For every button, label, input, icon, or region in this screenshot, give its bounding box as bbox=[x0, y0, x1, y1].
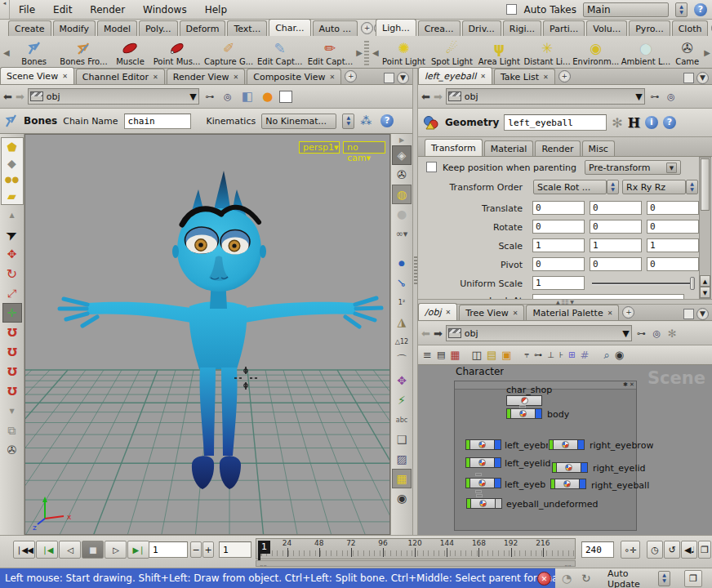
uniform-scale-field[interactable]: 1 bbox=[532, 276, 585, 290]
shelf-tab-character[interactable]: Char... bbox=[269, 19, 310, 36]
playback-clock-button[interactable]: ◷ bbox=[647, 541, 663, 559]
layout-branch-icon[interactable]: ⊥ bbox=[547, 350, 554, 359]
help-icon[interactable]: ? bbox=[694, 3, 707, 16]
shelf-tab-particles[interactable]: Parti... bbox=[543, 20, 585, 36]
desktop-window-icon[interactable]: ❐ bbox=[684, 570, 702, 587]
radial-menu-icon[interactable]: ◎ bbox=[220, 91, 235, 102]
maximize-pane-icon[interactable] bbox=[683, 73, 694, 83]
menu-file[interactable]: File bbox=[10, 4, 44, 16]
scale-x-field[interactable]: 1 bbox=[532, 238, 585, 252]
node-right-eyeball[interactable] bbox=[550, 479, 586, 489]
tool-point-muscle[interactable]: Point Mus... bbox=[152, 39, 202, 66]
frame-decrement-button[interactable]: − bbox=[190, 541, 202, 558]
path-dropdown-icon[interactable]: ▼ bbox=[622, 328, 629, 339]
visibility-eye-icon[interactable]: ◉ bbox=[392, 488, 412, 508]
camera-menu-persp[interactable]: persp1▾ bbox=[299, 141, 340, 154]
node-left-eyebrow[interactable] bbox=[465, 439, 501, 450]
menu-windows[interactable]: Windows bbox=[134, 4, 196, 16]
network-path-field[interactable]: obj ▼ bbox=[446, 325, 632, 341]
close-icon[interactable]: ✕ bbox=[480, 73, 486, 80]
tab-left-eyeball[interactable]: left_eyeball✕ bbox=[418, 67, 492, 84]
snap-magnet-icon[interactable]: Ω bbox=[2, 381, 22, 401]
end-frame-field[interactable] bbox=[581, 541, 614, 558]
go-to-start-button[interactable]: ❘◀◀ bbox=[13, 541, 35, 559]
snap-nodes-grid-icon[interactable]: ⊞ bbox=[568, 350, 575, 359]
node-name-input[interactable] bbox=[504, 114, 607, 131]
recook-icon[interactable]: ↻ bbox=[581, 572, 591, 585]
new-tab-button[interactable]: + bbox=[558, 70, 571, 82]
shelf-tab-lights[interactable]: Ligh... bbox=[376, 19, 416, 36]
annotation-icon[interactable]: ❑ bbox=[392, 430, 412, 449]
close-icon[interactable]: ✕ bbox=[607, 310, 613, 317]
shelf-tab-autorig[interactable]: Auto ... bbox=[313, 20, 358, 36]
tab-composite-view[interactable]: Composite View✕ bbox=[247, 69, 341, 84]
translate-x-field[interactable]: 0 bbox=[532, 201, 585, 215]
tab-render-view[interactable]: Render View✕ bbox=[167, 69, 245, 84]
kinematics-select[interactable]: No Kinemat... bbox=[261, 114, 336, 129]
current-frame-marker[interactable]: 1 bbox=[258, 541, 270, 554]
scroll-down-icon[interactable]: ▼ bbox=[700, 287, 710, 298]
shelf-tab-texture[interactable]: Text... bbox=[227, 20, 267, 36]
folder-tab-render[interactable]: Render bbox=[535, 140, 580, 156]
shelf-scroll-right-icon[interactable]: ▶ bbox=[356, 48, 363, 57]
shelf-scroll-left-icon[interactable]: ◀ bbox=[3, 48, 10, 57]
audio-button[interactable]: ◀𝅘𝅥 bbox=[681, 541, 697, 559]
tab-scene-view[interactable]: Scene View✕ bbox=[0, 67, 74, 84]
pivot-z-field[interactable]: 0 bbox=[647, 257, 699, 271]
path-dropdown-icon[interactable]: ▼ bbox=[635, 91, 642, 102]
rotate-y-field[interactable]: 0 bbox=[590, 220, 642, 234]
frame-increment-button[interactable]: + bbox=[202, 541, 214, 558]
rotate-z-field[interactable]: 0 bbox=[647, 220, 699, 234]
network-canvas[interactable]: Scene Character ✱ ✕ char_shop body left_… bbox=[418, 365, 712, 535]
pretransform-select[interactable]: Pre-transform▼ bbox=[585, 160, 681, 175]
tab-channel-editor[interactable]: Channel Editor✕ bbox=[76, 69, 165, 84]
new-tab-button[interactable]: + bbox=[622, 306, 634, 318]
pane-menu-icon[interactable]: ▼ bbox=[696, 308, 709, 320]
toolbar-scroll-down-icon[interactable]: ▼ bbox=[2, 401, 22, 421]
shelf-tab-modify[interactable]: Modify bbox=[53, 20, 96, 36]
chain-name-input[interactable] bbox=[124, 114, 191, 129]
pane-splitter-horizontal[interactable]: ▲ ⣿⣿ ▼ bbox=[418, 299, 712, 305]
folder-tab-misc[interactable]: Misc bbox=[582, 140, 615, 156]
ik-solver-icon[interactable]: ⁂ bbox=[360, 114, 372, 127]
play-forward-button[interactable]: ▷ bbox=[105, 541, 127, 559]
node-right-eyebrow[interactable] bbox=[549, 439, 585, 450]
rotate-tool-icon[interactable]: ↻ bbox=[2, 264, 22, 283]
step-field[interactable] bbox=[219, 541, 251, 558]
tool-ambient-light[interactable]: ● Ambient L... bbox=[621, 39, 670, 66]
pivot-y-field[interactable]: 0 bbox=[590, 257, 642, 271]
camera-menu-nocam[interactable]: no cam▾ bbox=[343, 141, 385, 154]
node-body[interactable] bbox=[506, 408, 542, 419]
chevron-down-icon[interactable]: ▼ bbox=[666, 163, 677, 173]
show-points-icon[interactable]: ● bbox=[392, 253, 412, 273]
scene-path-field[interactable]: obj ▼ bbox=[28, 88, 199, 105]
layout-panes-icon[interactable]: ◫ bbox=[472, 349, 482, 361]
tool-environment-light[interactable]: ◉ Environm... bbox=[572, 39, 620, 66]
tab-material-palette[interactable]: Material Palette✕ bbox=[526, 305, 619, 320]
render-flag[interactable] bbox=[495, 457, 501, 468]
tab-tree-view[interactable]: Tree View✕ bbox=[459, 305, 524, 320]
node-left-eyeball[interactable] bbox=[465, 478, 501, 488]
transform-order-spinner[interactable]: ▲▼ bbox=[607, 180, 619, 194]
menu-help[interactable]: Help bbox=[196, 4, 236, 16]
keep-position-checkbox[interactable] bbox=[426, 162, 437, 172]
tool-point-light[interactable]: ✺ Point Light bbox=[380, 39, 428, 66]
shelf-splitter[interactable] bbox=[364, 41, 369, 67]
info-icon[interactable]: i bbox=[645, 116, 658, 129]
render-flag[interactable] bbox=[495, 439, 501, 450]
select-points-icon[interactable]: ●● bbox=[2, 172, 22, 187]
render-flag[interactable] bbox=[578, 439, 585, 450]
interrupt-icon[interactable]: ✕ bbox=[537, 572, 551, 586]
material-sphere-icon[interactable]: ● bbox=[392, 204, 412, 224]
radial-menu-icon[interactable]: ◎ bbox=[665, 91, 678, 102]
scale-tool-icon[interactable]: ⤢ bbox=[2, 283, 22, 303]
close-icon[interactable]: ✕ bbox=[513, 310, 518, 317]
stop-button[interactable]: ■ bbox=[82, 541, 104, 559]
shelf-tab-rigid[interactable]: Rigi... bbox=[503, 20, 541, 36]
shelf-tab-create[interactable]: Create bbox=[8, 20, 51, 36]
select-tool-icon[interactable]: ➤ bbox=[2, 225, 22, 244]
playbar-options-button[interactable]: ❐ bbox=[698, 541, 711, 559]
tool-bones[interactable]: Bones bbox=[11, 39, 57, 66]
slider-handle[interactable] bbox=[690, 277, 695, 290]
quad-view-icon[interactable]: ▦ bbox=[392, 469, 412, 488]
